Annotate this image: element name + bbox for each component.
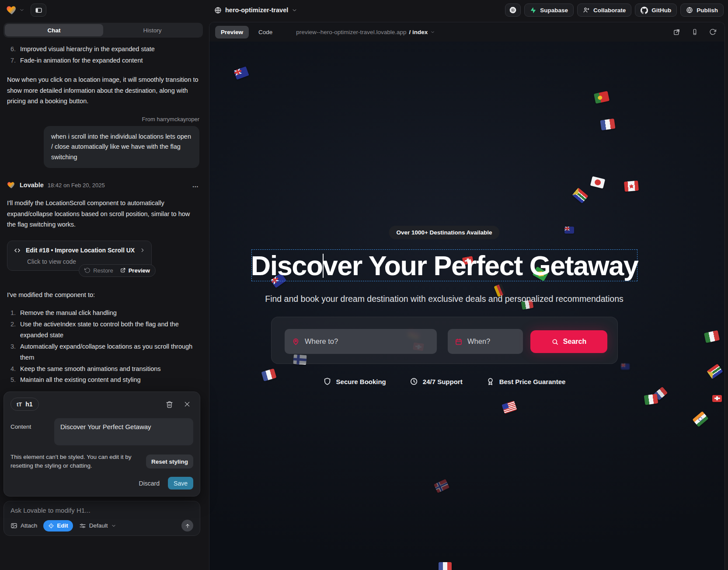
- collaborate-button[interactable]: Collaborate: [577, 3, 631, 17]
- flag-portugal-icon: [594, 91, 610, 103]
- version-actions: Restore Preview: [79, 264, 156, 277]
- shield-icon: [323, 377, 332, 386]
- feature-support: 24/7 Support: [410, 377, 463, 386]
- text-caret: [323, 254, 324, 278]
- lovable-logo-menu[interactable]: [4, 4, 24, 16]
- edit-card-title: Edit #18 • Improve Location Scroll UX: [26, 247, 135, 254]
- feature-label: 24/7 Support: [423, 378, 463, 385]
- flag-australia-icon: [233, 66, 249, 80]
- flag-india-icon: [692, 411, 708, 427]
- save-button[interactable]: Save: [168, 477, 193, 490]
- attach-label: Attach: [21, 522, 37, 529]
- attach-button[interactable]: Attach: [10, 522, 37, 529]
- mode-select[interactable]: Default: [79, 522, 116, 529]
- project-name: hero-optimizer-travel: [225, 7, 288, 14]
- assistant-message-header: Lovable 18:42 on Feb 20, 2025 …: [7, 181, 199, 189]
- magnifier-icon: [551, 338, 559, 346]
- search-button[interactable]: Search: [530, 330, 607, 353]
- publish-button[interactable]: Publish: [680, 3, 724, 17]
- feature-best-price: Best Price Guarantee: [486, 377, 566, 386]
- element-tag-badge[interactable]: tT h1: [10, 398, 39, 411]
- edit-mode-button[interactable]: Edit: [43, 520, 73, 532]
- preview-url-path: / index: [409, 29, 428, 35]
- collaborate-label: Collaborate: [593, 7, 626, 14]
- flag-france-icon: [261, 368, 277, 381]
- flag-south-africa-icon: [707, 364, 723, 379]
- reset-styling-button[interactable]: Reset styling: [146, 455, 193, 469]
- chevron-right-icon: [139, 247, 146, 253]
- project-switcher[interactable]: hero-optimizer-travel: [214, 7, 297, 14]
- text-size-icon: tT: [17, 401, 22, 408]
- tab-code[interactable]: Code: [253, 26, 278, 38]
- calendar-icon: [455, 338, 463, 346]
- refresh-button[interactable]: [709, 28, 716, 35]
- restore-button[interactable]: Restore: [84, 267, 113, 274]
- flag-new-zealand-icon: [621, 364, 630, 370]
- award-icon: [486, 377, 495, 386]
- preview-pane: Preview Code preview--hero-optimizer-tra…: [209, 22, 725, 570]
- settings-button[interactable]: [505, 3, 521, 17]
- selected-h1-element[interactable]: Discover Your Perfect Getaway: [251, 249, 637, 281]
- where-to-input[interactable]: [305, 337, 430, 346]
- flag-south-africa-icon: [572, 188, 588, 203]
- chat-input[interactable]: [10, 507, 193, 514]
- flag-norway-icon: [434, 479, 449, 493]
- external-link-icon: [673, 28, 680, 36]
- chat-list-item: 4.Keep the same smooth animations and tr…: [7, 364, 199, 375]
- flag-new-zealand-icon: [564, 227, 574, 234]
- feature-list: Secure Booking 24/7 Support Best Price G…: [323, 377, 566, 386]
- close-icon: [184, 401, 191, 408]
- rotate-ccw-icon: [84, 267, 91, 273]
- chat-list-item: 1.Remove the manual click handling: [7, 308, 199, 319]
- clock-icon: [410, 377, 418, 386]
- delete-element-button[interactable]: [166, 401, 173, 408]
- when-input[interactable]: [467, 337, 516, 346]
- chat-sidebar: Chat History 6.Improved visual hierarchy…: [0, 20, 206, 570]
- arrow-up-icon: [185, 523, 191, 529]
- search-card: Search: [271, 317, 618, 364]
- publish-label: Publish: [697, 7, 718, 14]
- external-link-icon: [120, 267, 126, 273]
- panel-left-icon: [35, 7, 42, 14]
- assistant-paragraph: I'll modify the LocationScroll component…: [7, 198, 199, 230]
- edit-mode-label: Edit: [57, 522, 68, 529]
- top-bar-actions: Supabase Collaborate GitHub: [505, 3, 724, 17]
- github-button[interactable]: GitHub: [635, 3, 677, 17]
- github-icon: [641, 7, 648, 14]
- supabase-button[interactable]: Supabase: [524, 3, 574, 17]
- open-in-new-tab-button[interactable]: [673, 28, 680, 36]
- content-field-label: Content: [10, 418, 54, 445]
- image-icon: [10, 522, 17, 529]
- supabase-bolt-icon: [530, 7, 536, 14]
- chevron-down-icon: [430, 30, 435, 35]
- chevron-down-icon: [292, 7, 297, 13]
- preview-toolbar: Preview Code preview--hero-optimizer-tra…: [209, 22, 725, 42]
- content-field-input[interactable]: Discover Your Perfect Getaway: [54, 418, 193, 445]
- chat-thread: 6.Improved visual hierarchy in the expan…: [0, 44, 206, 386]
- when-field[interactable]: [448, 329, 523, 354]
- message-timestamp: 18:42 on Feb 20, 2025: [48, 182, 105, 189]
- flag-switzerland-icon: [712, 395, 722, 402]
- site-viewport: Over 1000+ Destinations Available Discov…: [209, 42, 725, 570]
- globe-icon: [214, 7, 222, 14]
- send-button[interactable]: [181, 520, 193, 532]
- tab-preview[interactable]: Preview: [215, 26, 249, 38]
- styling-note: This element can't be styled. You can ed…: [10, 453, 144, 470]
- target-icon: [48, 523, 54, 529]
- tab-history[interactable]: History: [103, 24, 202, 36]
- sidebar-toggle-button[interactable]: [31, 3, 46, 17]
- destinations-badge: Over 1000+ Destinations Available: [389, 226, 499, 239]
- sliders-icon: [79, 522, 86, 529]
- flag-france-icon: [439, 562, 452, 570]
- device-preview-button[interactable]: [691, 28, 698, 35]
- sidebar-tabs: Chat History: [3, 23, 203, 38]
- tab-chat[interactable]: Chat: [5, 24, 103, 36]
- assistant-list-top: 6.Improved visual hierarchy in the expan…: [7, 44, 199, 66]
- close-panel-button[interactable]: [184, 401, 191, 408]
- chat-list-item: 7.Fade-in animation for the expanded con…: [7, 55, 199, 66]
- discard-button[interactable]: Discard: [139, 480, 160, 487]
- preview-version-button[interactable]: Preview: [120, 267, 150, 274]
- preview-url-dropdown[interactable]: preview--hero-optimizer-travel.lovable.a…: [296, 29, 435, 35]
- where-to-field[interactable]: [285, 329, 437, 354]
- message-options-button[interactable]: …: [192, 182, 200, 189]
